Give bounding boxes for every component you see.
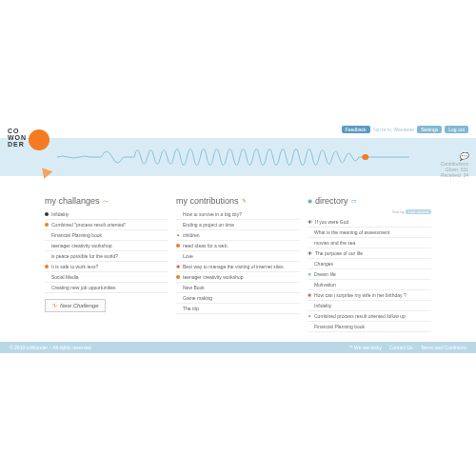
list-item-label: If you were God xyxy=(315,219,348,225)
star-green-icon: ✦ xyxy=(176,232,180,238)
list-item-label: It is safe to work less? xyxy=(51,264,98,269)
new-challenge-button[interactable]: ∿ New Challenge xyxy=(45,299,106,312)
feedback-button[interactable]: Feedback xyxy=(342,126,370,133)
bullet-none xyxy=(45,286,49,289)
dot-orange-icon xyxy=(45,223,49,227)
list-item-label: What is the meaning of assessment xyxy=(314,229,389,235)
list-item[interactable]: Game making xyxy=(176,293,300,304)
list-item-label: Combined "process result oriented" xyxy=(51,222,126,228)
contact-link[interactable]: Contact Us xyxy=(389,345,413,350)
list-item[interactable]: movies and the sea xyxy=(307,238,431,248)
dot-orange-icon xyxy=(176,244,180,248)
list-item-label: need ideas for a web. xyxy=(183,243,228,248)
list-item[interactable]: Financial Planning book xyxy=(45,230,169,241)
challenges-title: my challanges ⁓ xyxy=(45,196,169,206)
list-item[interactable]: Social Media xyxy=(45,272,169,283)
bullet-none xyxy=(45,254,49,258)
list-item-label: Creating new job opportunities xyxy=(51,285,116,290)
directory-title: ◉ directory ▭ xyxy=(307,196,431,206)
list-item-label: Dream life xyxy=(314,271,336,277)
list-item-label: Social Media xyxy=(51,274,79,280)
list-item[interactable]: What is the meaning of assessment xyxy=(307,228,431,238)
list-item-label: Game making xyxy=(183,295,212,301)
dot-orange-icon xyxy=(45,265,49,268)
list-item[interactable]: ✦Combined process result oriented follow… xyxy=(307,311,431,322)
contributions-title: my contributions ✎ xyxy=(176,196,300,206)
list-item[interactable]: need ideas for a web. xyxy=(176,241,300,251)
lucky-text: ** We are lucky xyxy=(349,345,382,350)
terms-link[interactable]: Terms and Conditions xyxy=(421,345,466,350)
list-item[interactable]: Changes xyxy=(307,259,431,269)
speech-tail-icon xyxy=(39,168,53,181)
svg-point-0 xyxy=(362,154,368,160)
bullet-none xyxy=(307,262,311,266)
logo[interactable]: CO WON DER xyxy=(0,124,57,148)
list-item[interactable]: teenager creativity workshop xyxy=(45,241,169,251)
globe-icon: ◉ xyxy=(307,197,312,204)
heartbeat-icon: ∿ xyxy=(51,302,57,309)
bullet-none xyxy=(307,325,311,328)
list-item[interactable]: How to survive in a big city? xyxy=(176,209,300,220)
eye-icon: 👁 xyxy=(307,219,312,225)
list-item[interactable]: Combined "process result oriented" xyxy=(45,220,169,230)
list-item-label: children xyxy=(183,232,200,238)
list-item-label: How can i surprise my wife in her birthd… xyxy=(314,292,407,298)
list-item[interactable]: 👁The purpose of our life xyxy=(307,248,431,259)
list-item[interactable]: Creating new job opportunities xyxy=(45,283,169,293)
list-item[interactable]: The trip xyxy=(176,304,300,314)
list-item-label: How to survive in a big city? xyxy=(183,211,242,217)
list-item[interactable]: 👁If you were God xyxy=(307,217,431,228)
bullet-none xyxy=(307,283,311,287)
bullet-none xyxy=(176,307,180,310)
dot-orange-icon xyxy=(176,275,180,279)
list-item[interactable]: teenager creativity workshop xyxy=(176,272,300,283)
list-item-label: teenager creativity workshop xyxy=(51,243,112,248)
list-item-label: Infidelity xyxy=(51,211,69,217)
list-item[interactable]: Ending a project on time xyxy=(176,220,300,230)
list-item[interactable]: Motivation xyxy=(307,280,431,290)
bullet-none xyxy=(176,223,180,227)
star-red-icon: ✱ xyxy=(307,292,311,298)
list-item-label: Motivation xyxy=(314,282,336,288)
list-item[interactable]: Love xyxy=(176,251,300,262)
bullet-none xyxy=(307,241,311,245)
logout-button[interactable]: Log out xyxy=(445,126,468,133)
challenges-list: InfidelityCombined "process result orien… xyxy=(45,209,169,293)
star-green-icon: ✦ xyxy=(307,313,311,319)
list-item-label: Financial Planning book xyxy=(51,232,102,238)
list-item-label: movies and the sea xyxy=(314,240,355,246)
settings-button[interactable]: Settings xyxy=(417,126,442,133)
star-red-icon: ✱ xyxy=(176,264,180,269)
list-item[interactable]: ✱Best way to manage the visiting of inte… xyxy=(176,262,300,272)
new-challenge-label: New Challenge xyxy=(60,303,99,308)
dot-black-icon xyxy=(45,212,49,216)
bullet-none xyxy=(176,212,180,216)
waveform-graphic xyxy=(57,138,409,176)
pencil-icon: ✎ xyxy=(242,197,247,204)
bullet-none xyxy=(307,230,311,234)
logo-text-1: CO xyxy=(8,128,57,134)
list-item[interactable]: is peace possible for the world? xyxy=(45,251,169,262)
list-item[interactable]: ✱How can i surprise my wife in her birth… xyxy=(307,290,431,301)
contributions-column: my contributions ✎ How to survive in a b… xyxy=(176,196,300,332)
list-item[interactable]: New Book xyxy=(176,283,300,293)
list-item[interactable]: ✦children xyxy=(176,230,300,241)
list-item[interactable]: Financial Planning book xyxy=(307,322,431,332)
copyright: © 2010 coWonder – All rights reserved xyxy=(10,345,91,350)
list-item-label: Love xyxy=(183,253,193,259)
directory-column: ◉ directory ▭ Sort by Last viewed 👁If yo… xyxy=(307,196,431,332)
list-item[interactable]: Infidelity xyxy=(45,209,169,220)
list-item-label: Infidelity xyxy=(314,303,331,308)
list-item-label: New Book xyxy=(183,285,205,290)
list-item[interactable]: It is safe to work less? xyxy=(45,262,169,272)
list-item[interactable]: Infidelity xyxy=(307,301,431,311)
sortby-dropdown[interactable]: Last viewed xyxy=(406,209,431,214)
header: CO WON DER Feedback You're in, Wanderer … xyxy=(0,124,476,190)
list-item-label: The purpose of our life xyxy=(315,250,363,256)
list-item[interactable]: ❄Dream life xyxy=(307,269,431,280)
list-item-label: Financial Planning book xyxy=(314,324,365,329)
contributions-list: How to survive in a big city?Ending a pr… xyxy=(176,209,300,314)
list-item-label: Ending a project on time xyxy=(183,222,234,228)
snowflake-icon: ❄ xyxy=(307,271,311,277)
bullet-none xyxy=(176,296,180,300)
